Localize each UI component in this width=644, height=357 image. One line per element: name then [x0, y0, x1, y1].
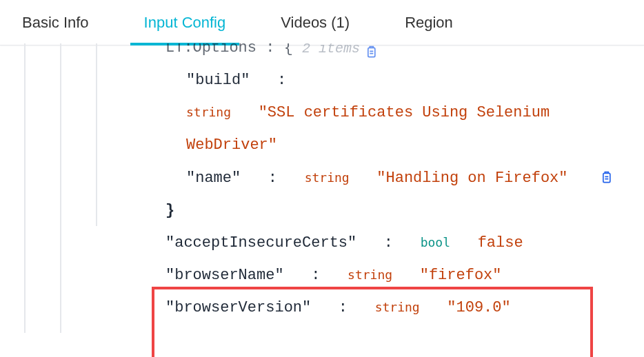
- code-area: LT:Options : { 2 items "build" : string: [21, 43, 644, 325]
- json-line-build-value: string "SSL certificates Using Selenium: [165, 96, 644, 129]
- tab-region[interactable]: Region: [391, 0, 467, 45]
- json-brace: }: [165, 202, 174, 219]
- json-meta-items: 2 items: [302, 43, 360, 60]
- tab-videos[interactable]: Videos (1): [267, 0, 363, 45]
- json-line-browser-version: "browserVersion" : string "109.0": [165, 292, 644, 324]
- json-viewer: LT:Options : { 2 items "build" : string: [0, 43, 644, 325]
- json-type-string: string: [375, 300, 420, 314]
- json-line-lt-options: LT:Options : { 2 items: [165, 43, 644, 64]
- svg-rect-0: [368, 48, 375, 57]
- json-type-string: string: [305, 170, 350, 185]
- json-colon: :: [311, 267, 320, 284]
- json-key: "name": [186, 170, 241, 187]
- tab-label: Region: [405, 14, 453, 32]
- json-value: false: [478, 234, 523, 252]
- svg-rect-1: [603, 173, 610, 182]
- json-line-accept-insecure: "acceptInsecureCerts" : bool false: [165, 227, 644, 259]
- tab-input-config[interactable]: Input Config: [130, 0, 240, 45]
- json-colon: :: [265, 43, 274, 60]
- json-punct: [256, 43, 265, 60]
- json-key: "browserName": [165, 267, 284, 284]
- json-key: "browserVersion": [165, 299, 311, 316]
- json-key: LT:Options: [165, 43, 256, 60]
- json-colon: :: [268, 170, 277, 187]
- tab-basic-info[interactable]: Basic Info: [8, 0, 103, 45]
- tab-bar: Basic Info Input Config Videos (1) Regio…: [0, 0, 644, 45]
- json-colon: :: [339, 299, 348, 316]
- json-value: "SSL certificates Using Selenium: [259, 104, 550, 121]
- json-key: "acceptInsecureCerts": [165, 234, 356, 252]
- tab-label: Basic Info: [22, 14, 89, 32]
- clipboard-icon[interactable]: [599, 170, 613, 185]
- json-value: "firefox": [420, 267, 502, 284]
- tab-label: Input Config: [144, 14, 226, 32]
- tab-label: Videos (1): [281, 14, 350, 32]
- json-value: "Handling on Firefox": [376, 170, 567, 187]
- json-brace: {: [284, 43, 293, 60]
- json-close-brace: }: [165, 194, 644, 227]
- json-line-name: "name" : string "Handling on Firefox": [165, 162, 644, 194]
- json-punct: [274, 43, 283, 60]
- json-type-string: string: [348, 267, 392, 282]
- json-colon: :: [277, 72, 286, 89]
- json-line-build-value-2: WebDriver": [165, 129, 644, 161]
- json-line-browser-name: "browserName" : string "firefox": [165, 259, 644, 292]
- json-type-string: string: [186, 105, 231, 119]
- json-value: WebDriver": [186, 136, 277, 154]
- json-value: "109.0": [447, 299, 510, 316]
- json-key: "build": [186, 72, 250, 89]
- json-type-bool: bool: [421, 235, 450, 249]
- json-line-build-key: "build" :: [165, 64, 644, 96]
- clipboard-icon[interactable]: [364, 45, 378, 60]
- json-colon: :: [384, 234, 393, 252]
